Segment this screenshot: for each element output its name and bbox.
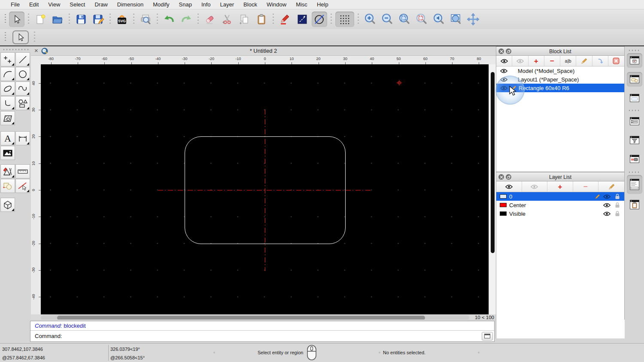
edit-block-button[interactable] (576, 56, 592, 66)
menu-misc[interactable]: Misc (291, 1, 312, 8)
command-input[interactable] (65, 332, 482, 341)
menu-edit[interactable]: Edit (24, 1, 43, 8)
drawing-canvas[interactable] (41, 64, 489, 314)
palette-handle[interactable] (3, 49, 28, 50)
toolbar-handle[interactable] (5, 14, 6, 24)
remove-all-blocks-button[interactable] (608, 56, 624, 66)
remove-block-button[interactable]: − (544, 56, 560, 66)
menu-modify[interactable]: Modify (148, 1, 174, 8)
line-tool-button[interactable] (15, 52, 30, 66)
layer-lock-icon[interactable] (615, 211, 620, 217)
show-all-blocks-button[interactable] (496, 56, 512, 66)
block-name[interactable]: Rectangle 60x40 R6 (519, 85, 569, 91)
print-preview-button[interactable] (138, 12, 153, 27)
command-options-button[interactable] (482, 332, 493, 341)
selection-tools-button[interactable] (0, 179, 15, 193)
layer-lock-icon[interactable] (615, 193, 620, 199)
rounded-rectangle-entity[interactable] (185, 136, 346, 244)
save-as-button[interactable] (91, 12, 106, 27)
layer-visibility-eye-icon[interactable] (603, 203, 611, 208)
toolbar-handle[interactable] (5, 32, 6, 42)
cut-button[interactable] (219, 12, 235, 27)
svg-export-button[interactable]: SVG (114, 12, 130, 27)
auto-zoom-button[interactable] (397, 12, 412, 27)
draft-mode-button[interactable] (312, 12, 327, 27)
edit-attributes-button[interactable] (277, 12, 293, 27)
arc-tool-button[interactable] (0, 67, 15, 81)
menu-info[interactable]: Info (197, 1, 216, 8)
zoom-out-button[interactable] (380, 12, 395, 27)
erase-button[interactable] (202, 12, 218, 27)
block-name[interactable]: Model (*Model_Space) (518, 68, 574, 74)
previous-view-button[interactable] (431, 12, 447, 27)
new-document-button[interactable] (33, 12, 48, 27)
menu-window[interactable]: Window (262, 1, 291, 8)
insert-block-button[interactable] (592, 56, 608, 66)
dimension-tool-button[interactable] (15, 131, 30, 145)
layer-name[interactable]: Visible (509, 211, 526, 217)
copy-button[interactable] (237, 12, 252, 27)
layer-visibility-eye-icon[interactable] (603, 194, 611, 199)
grid-toggle-button[interactable] (335, 12, 354, 27)
block-list-panel-button[interactable] (627, 53, 642, 68)
selection-filter-panel-button[interactable] (627, 133, 642, 148)
spline-tool-button[interactable] (15, 81, 30, 96)
layer-visibility-eye-icon[interactable] (603, 211, 611, 216)
line-properties-button[interactable] (295, 12, 310, 27)
layer-list-panel-button[interactable] (627, 72, 642, 87)
menu-help[interactable]: Help (312, 1, 333, 8)
remove-layer-button[interactable]: − (573, 181, 599, 192)
layer-name[interactable]: Center (509, 202, 526, 208)
points-tool-button[interactable] (0, 52, 15, 66)
pointer-panel-button[interactable] (627, 152, 642, 166)
selection-pointer-button[interactable] (9, 12, 24, 27)
ellipse-tool-button[interactable] (0, 81, 15, 96)
text-tool-button[interactable]: A (0, 131, 15, 145)
save-button[interactable] (73, 12, 89, 27)
layer-color-swatch[interactable] (500, 194, 507, 199)
rename-block-button[interactable]: a|b (560, 56, 576, 66)
image-tool-button[interactable] (0, 146, 15, 160)
layer-lock-icon[interactable] (615, 202, 620, 208)
clipboard-panel-button[interactable] (627, 197, 642, 212)
layer-row-visible[interactable]: Visible (496, 209, 624, 218)
visibility-eye-icon[interactable] (500, 69, 507, 73)
zoom-selection-button[interactable] (414, 12, 429, 27)
layer-row-center[interactable]: Center (496, 201, 624, 209)
menu-dimension[interactable]: Dimension (112, 1, 148, 8)
library-browser-panel-button[interactable] (627, 91, 642, 106)
layer-row-0-selected[interactable]: 0 (496, 192, 624, 201)
menu-select[interactable]: Select (65, 1, 90, 8)
property-editor-panel-button[interactable] (627, 114, 642, 129)
undo-button[interactable] (161, 12, 177, 27)
polyline-tool-button[interactable] (0, 96, 15, 110)
menu-block[interactable]: Block (239, 1, 262, 8)
hatch-tool-button[interactable] (0, 111, 15, 125)
redo-button[interactable] (179, 12, 194, 27)
menu-draw[interactable]: Draw (90, 1, 112, 8)
edit-layer-button[interactable] (598, 181, 624, 192)
circle-tool-button[interactable] (15, 67, 30, 81)
window-zoom-button[interactable] (448, 12, 464, 27)
menu-layer[interactable]: Layer (216, 1, 239, 8)
snap-tool-button[interactable] (15, 179, 30, 193)
vertical-scrollbar-thumb[interactable] (491, 72, 495, 253)
hide-all-layers-button[interactable] (522, 181, 548, 192)
open-document-button[interactable] (50, 12, 65, 27)
layer-color-swatch[interactable] (500, 211, 507, 216)
measure-tool-button[interactable] (15, 164, 30, 178)
add-block-button[interactable]: + (529, 56, 544, 66)
paste-button[interactable] (254, 12, 269, 27)
layer-name[interactable]: 0 (509, 193, 512, 200)
shape-tool-button[interactable] (15, 96, 30, 110)
menu-view[interactable]: View (43, 1, 65, 8)
solid-tool-button[interactable] (0, 198, 15, 212)
toolbar-handle[interactable] (629, 50, 640, 51)
command-line-panel-button[interactable] (627, 175, 642, 194)
modify-tool-button[interactable] (0, 164, 15, 178)
layer-edit-pencil-icon[interactable] (595, 194, 600, 199)
vertical-scrollbar[interactable] (489, 64, 496, 314)
block-name[interactable]: Layout1 (*Paper_Space) (518, 76, 579, 83)
layer-color-swatch[interactable] (500, 203, 507, 207)
menu-file[interactable]: File (6, 1, 24, 8)
